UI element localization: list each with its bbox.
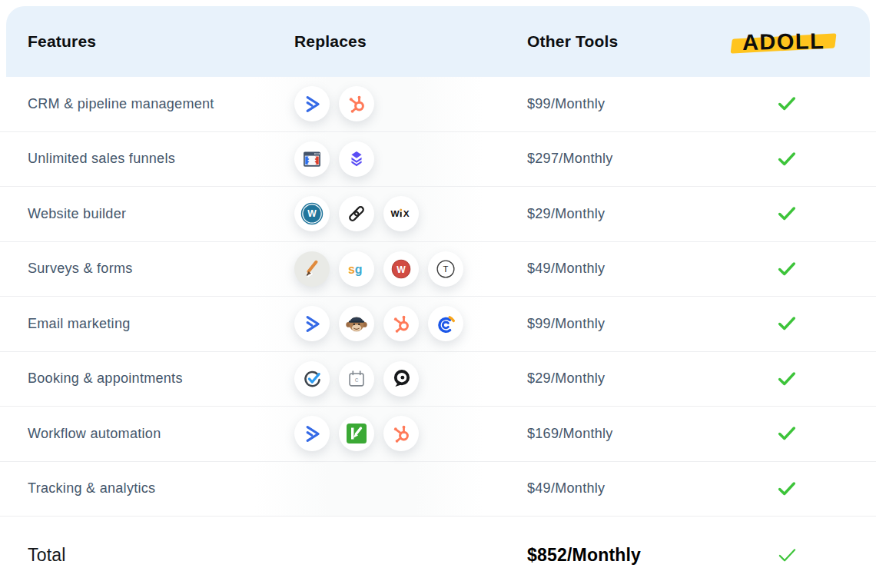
replaces-tools [294, 86, 527, 121]
brand-name: ADOLL [742, 28, 825, 55]
total-included-check-icon [777, 545, 798, 566]
table-row-website: Website builder $29/Monthly [0, 187, 876, 242]
table-row-workflow: Workflow automation $169/Monthly [0, 407, 876, 462]
acuity-icon [383, 361, 419, 397]
activecampaign-icon [294, 416, 330, 451]
included-check-icon [777, 259, 797, 279]
table-row-funnels: Unlimited sales funnels $297/Monthly [0, 132, 876, 188]
total-price: $852/Monthly [527, 545, 698, 566]
feature-label: Booking & appointments [28, 370, 294, 387]
table-row-surveys: Surveys & forms $49/Monthly [0, 242, 876, 297]
feature-label: Workflow automation [28, 426, 294, 442]
feature-label: CRM & pipeline management [28, 96, 294, 112]
replaces-tools [294, 361, 527, 397]
feature-label: Email marketing [28, 316, 294, 332]
constant-contact-icon [428, 306, 463, 341]
table-row-tracking: Tracking & analytics $49/Monthly [0, 462, 876, 517]
clickfunnels-icon [294, 141, 330, 177]
included-check-icon [777, 94, 797, 114]
feature-label: Surveys & forms [28, 261, 294, 277]
column-header-features: Features [28, 32, 294, 51]
replaces-tools [294, 306, 527, 341]
feature-label: Unlimited sales funnels [28, 151, 294, 167]
other-tools-price: $49/Monthly [527, 261, 698, 277]
other-tools-price: $99/Monthly [527, 316, 698, 332]
keap-icon [339, 416, 374, 451]
table-header: Features Replaces Other Tools ADOLL [6, 6, 870, 77]
other-tools-price: $99/Monthly [527, 96, 698, 112]
feature-label: Tracking & analytics [28, 480, 294, 497]
squarespace-icon [339, 196, 374, 231]
included-check-icon [777, 369, 797, 389]
column-header-other-tools: Other Tools [527, 32, 698, 51]
included-check-icon [777, 424, 797, 443]
hubspot-icon [339, 86, 374, 121]
comparison-table-card: Features Replaces Other Tools ADOLL CRM … [0, 6, 876, 588]
calendar-c-icon [339, 361, 374, 397]
hubspot-icon [383, 416, 419, 451]
table-total-row: Total $852/Monthly [0, 517, 876, 588]
replaces-tools [294, 416, 527, 451]
table-row-email: Email marketing $99/Monthly [0, 297, 876, 352]
mailchimp-icon [339, 306, 374, 341]
pencil-form-icon [294, 251, 330, 287]
included-check-icon [777, 149, 797, 169]
other-tools-price: $169/Monthly [527, 426, 698, 442]
surveygizmo-icon [339, 251, 374, 287]
wufoo-icon [383, 251, 419, 287]
wordpress-icon [294, 196, 330, 231]
total-label: Total [28, 545, 294, 566]
included-check-icon [777, 204, 797, 224]
feature-label: Website builder [28, 206, 294, 222]
other-tools-price: $297/Monthly [527, 151, 698, 167]
typeform-icon [428, 251, 463, 287]
included-check-icon [777, 479, 797, 499]
other-tools-price: $29/Monthly [527, 206, 698, 222]
other-tools-price: $29/Monthly [527, 370, 698, 387]
column-header-replaces: Replaces [294, 32, 527, 51]
adoll-logo: ADOLL [735, 26, 833, 56]
replaces-tools [294, 251, 527, 287]
other-tools-price: $49/Monthly [527, 480, 698, 497]
hubspot-icon [383, 306, 419, 341]
replaces-tools [294, 141, 527, 177]
wix-icon [383, 196, 419, 231]
table-row-crm: CRM & pipeline management $99/Monthly [0, 77, 876, 132]
check-circle-scheduler-icon [294, 361, 330, 397]
included-check-icon [777, 314, 797, 334]
activecampaign-icon [294, 306, 330, 341]
table-row-booking: Booking & appointments $29/Monthly [0, 352, 876, 407]
activecampaign-icon [294, 86, 330, 121]
replaces-tools [294, 196, 527, 231]
leadpages-icon [339, 141, 374, 177]
